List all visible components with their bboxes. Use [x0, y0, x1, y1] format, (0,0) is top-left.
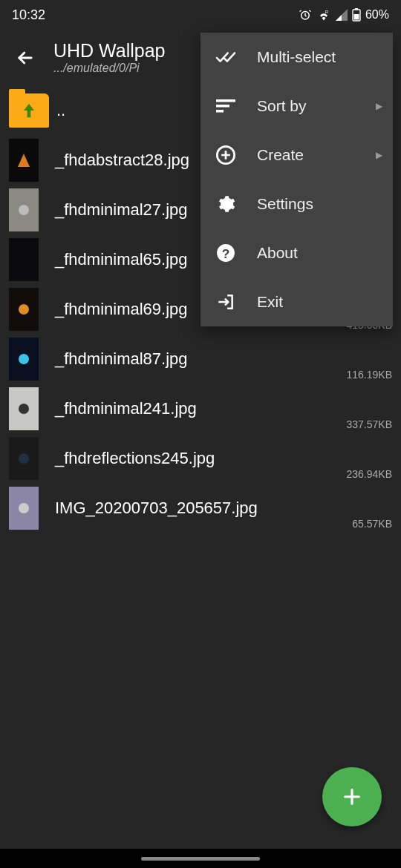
file-thumbnail — [9, 139, 39, 182]
menu-label: Multi-select — [257, 48, 336, 66]
list-item[interactable]: _fhdreflections245.jpg 236.94KB — [0, 433, 401, 483]
file-thumbnail — [9, 338, 39, 381]
status-bar: 10:32 R 60% — [0, 0, 401, 30]
svg-rect-5 — [216, 99, 235, 102]
svg-rect-4 — [353, 14, 359, 20]
file-thumbnail — [9, 288, 39, 331]
svg-text:?: ? — [222, 246, 230, 261]
folder-up-icon — [9, 93, 49, 128]
file-name: _fhdabstract28.jpg — [55, 151, 189, 170]
signal-icon — [336, 9, 348, 21]
menu-multi-select[interactable]: Multi-select — [200, 33, 393, 82]
fab-add-button[interactable] — [322, 767, 382, 826]
file-size: 116.19KB — [347, 369, 393, 381]
exit-icon — [215, 292, 236, 312]
file-name: IMG_20200703_205657.jpg — [55, 499, 258, 518]
file-name: _fhdreflections245.jpg — [55, 449, 215, 468]
plus-icon — [340, 785, 364, 809]
file-name: _fhdminimal87.jpg — [55, 349, 188, 369]
file-name: _fhdminimal27.jpg — [55, 200, 188, 220]
multi-select-icon — [215, 47, 236, 68]
status-right: R 60% — [299, 8, 389, 22]
menu-sort-by[interactable]: Sort by ▶ — [200, 82, 393, 131]
file-thumbnail — [9, 387, 39, 430]
svg-rect-6 — [216, 105, 229, 108]
app-title-block: UHD Wallpap .../emulated/0/Pi — [53, 40, 166, 75]
wifi-icon: R — [316, 9, 331, 21]
file-thumbnail — [9, 238, 39, 281]
file-size: 337.57KB — [347, 418, 393, 430]
chevron-right-icon: ▶ — [376, 101, 382, 111]
menu-about[interactable]: ? About — [200, 228, 393, 277]
file-name: _fhdminimal65.jpg — [55, 250, 188, 269]
back-button[interactable] — [9, 42, 42, 74]
chevron-right-icon: ▶ — [376, 150, 382, 160]
menu-label: Create — [257, 146, 304, 164]
svg-text:R: R — [325, 10, 328, 14]
file-thumbnail — [9, 188, 39, 231]
sort-icon — [215, 96, 236, 116]
menu-label: About — [257, 244, 298, 262]
parent-folder-label: .. — [56, 101, 65, 120]
battery-percent: 60% — [365, 8, 389, 22]
file-name: _fhdminimal69.jpg — [55, 300, 188, 319]
file-thumbnail — [9, 437, 39, 480]
list-item[interactable]: _fhdminimal87.jpg 116.19KB — [0, 334, 401, 384]
svg-rect-7 — [216, 110, 224, 113]
plus-circle-icon — [215, 145, 236, 165]
file-name: _fhdminimal241.jpg — [55, 399, 197, 418]
navigation-bar[interactable] — [0, 849, 401, 868]
file-size: 65.57KB — [352, 518, 392, 530]
page-title: UHD Wallpap — [53, 40, 166, 62]
file-size: 236.94KB — [347, 468, 393, 480]
menu-settings[interactable]: Settings — [200, 180, 393, 228]
menu-label: Exit — [257, 293, 283, 311]
gear-icon — [215, 194, 236, 214]
file-thumbnail — [9, 487, 39, 530]
list-item[interactable]: IMG_20200703_205657.jpg 65.57KB — [0, 483, 401, 533]
menu-label: Settings — [257, 195, 313, 213]
breadcrumb: .../emulated/0/Pi — [53, 62, 166, 75]
menu-create[interactable]: Create ▶ — [200, 131, 393, 180]
help-icon: ? — [215, 243, 236, 263]
overflow-menu: Multi-select Sort by ▶ Create ▶ Settings… — [200, 33, 393, 326]
gesture-handle — [141, 857, 260, 861]
list-item[interactable]: _fhdminimal241.jpg 337.57KB — [0, 384, 401, 433]
menu-label: Sort by — [257, 97, 307, 115]
battery-icon — [352, 8, 361, 22]
arrow-left-icon — [15, 47, 36, 68]
svg-rect-3 — [355, 8, 358, 10]
status-time: 10:32 — [12, 7, 45, 23]
menu-exit[interactable]: Exit — [200, 277, 393, 326]
alarm-icon — [299, 8, 312, 22]
